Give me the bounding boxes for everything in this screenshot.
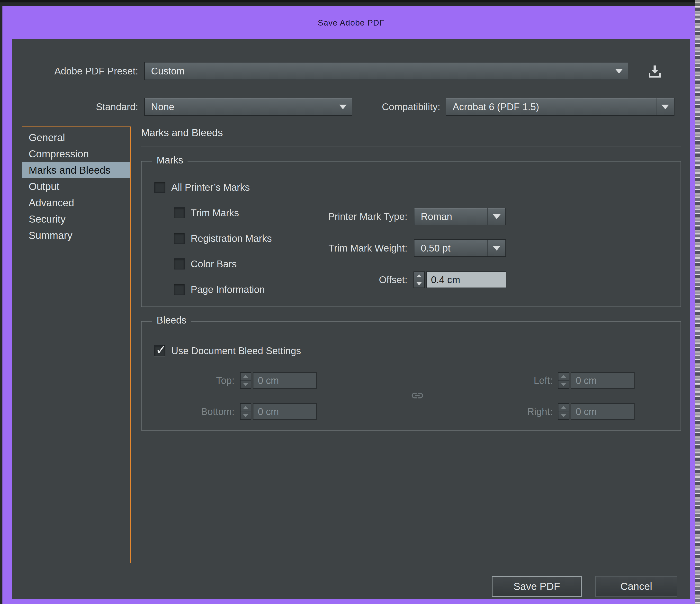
registration-marks-label: Registration Marks xyxy=(191,233,272,244)
stepper-down-icon xyxy=(558,412,569,420)
bleed-left-label: Left: xyxy=(480,375,553,386)
trim-marks-row: ✓ Trim Marks xyxy=(174,207,239,219)
printer-mark-type-dropdown[interactable]: Roman xyxy=(414,208,506,225)
all-printers-marks-row: ✓ All Printer’s Marks xyxy=(154,181,250,193)
bleed-left-stepper xyxy=(558,372,569,389)
standard-value: None xyxy=(145,98,334,115)
bleed-bottom-stepper xyxy=(240,403,251,420)
standard-label: Standard: xyxy=(12,98,138,116)
bleed-top-input xyxy=(253,372,317,389)
bleed-top-label: Top: xyxy=(161,375,234,386)
stepper-up-icon xyxy=(241,404,251,412)
save-pdf-button[interactable]: Save PDF xyxy=(492,576,582,597)
bleeds-legend: Bleeds xyxy=(152,315,191,326)
trim-mark-weight-dropdown[interactable]: 0.50 pt xyxy=(414,240,506,257)
sidebar-item-security[interactable]: Security xyxy=(22,211,130,227)
bleeds-group: Bleeds ✓ Use Document Bleed Settings Top… xyxy=(141,321,681,431)
bleed-left-input xyxy=(571,372,634,389)
bleed-bottom-label: Bottom: xyxy=(161,406,234,418)
registration-marks-row: ✓ Registration Marks xyxy=(174,232,272,244)
sidebar-item-advanced[interactable]: Advanced xyxy=(22,195,130,211)
compatibility-dropdown[interactable]: Acrobat 6 (PDF 1.5) xyxy=(446,98,674,116)
chevron-down-icon xyxy=(656,98,674,115)
trim-marks-checkbox[interactable]: ✓ xyxy=(174,207,185,219)
sidebar-section-list: General Compression Marks and Bleeds Out… xyxy=(22,126,131,563)
use-document-bleed-label: Use Document Bleed Settings xyxy=(171,346,301,356)
all-printers-marks-label: All Printer’s Marks xyxy=(171,182,250,193)
dialog-titlebar: Save Adobe PDF xyxy=(2,6,700,39)
color-bars-checkbox[interactable]: ✓ xyxy=(174,258,185,270)
bleed-right-label: Right: xyxy=(480,406,553,418)
stepper-up-icon xyxy=(558,404,569,412)
bleed-bottom-input xyxy=(253,403,317,420)
offset-label: Offset: xyxy=(286,274,407,285)
printer-mark-type-value: Roman xyxy=(415,208,488,225)
screen-top-edge xyxy=(0,0,700,2)
chevron-down-icon xyxy=(488,208,505,225)
stepper-up-icon xyxy=(558,373,569,381)
marks-group: Marks ✓ All Printer’s Marks ✓ Trim Marks… xyxy=(141,161,681,307)
sidebar-item-general[interactable]: General xyxy=(22,129,130,146)
bleed-top-stepper xyxy=(240,372,251,389)
page-information-checkbox[interactable]: ✓ xyxy=(174,284,185,295)
cancel-button[interactable]: Cancel xyxy=(595,576,677,597)
trim-marks-label: Trim Marks xyxy=(191,207,239,219)
page-title: Marks and Bleeds xyxy=(141,127,223,139)
registration-marks-checkbox[interactable]: ✓ xyxy=(174,233,185,244)
sidebar-item-summary[interactable]: Summary xyxy=(22,227,130,244)
page-information-row: ✓ Page Information xyxy=(174,284,265,295)
screen-edge-artifact xyxy=(695,0,700,604)
trim-mark-weight-label: Trim Mark Weight: xyxy=(286,242,407,254)
trim-mark-weight-value: 0.50 pt xyxy=(415,240,488,256)
use-document-bleed-row: ✓ Use Document Bleed Settings xyxy=(154,345,301,357)
stepper-down-icon xyxy=(241,412,251,420)
link-bleed-values-icon xyxy=(409,388,425,403)
sidebar-item-marks-and-bleeds[interactable]: Marks and Bleeds xyxy=(22,162,130,178)
stepper-down-icon xyxy=(241,381,251,388)
standard-dropdown[interactable]: None xyxy=(144,98,352,116)
page-information-label: Page Information xyxy=(191,284,265,295)
screen: Save Adobe PDF Adobe PDF Preset: Custom … xyxy=(0,0,700,604)
chevron-down-icon xyxy=(488,240,505,256)
bleed-right-stepper xyxy=(558,403,569,420)
marks-legend: Marks xyxy=(152,155,188,166)
sidebar-item-compression[interactable]: Compression xyxy=(22,146,130,162)
stepper-up-icon[interactable] xyxy=(414,272,424,280)
compatibility-value: Acrobat 6 (PDF 1.5) xyxy=(446,98,656,115)
save-adobe-pdf-dialog: Save Adobe PDF Adobe PDF Preset: Custom … xyxy=(2,6,700,604)
checkmark-icon: ✓ xyxy=(155,342,167,358)
use-document-bleed-checkbox[interactable]: ✓ xyxy=(154,345,166,356)
panel-divider xyxy=(141,146,681,146)
preset-value: Custom xyxy=(145,62,610,79)
color-bars-label: Color Bars xyxy=(191,258,237,270)
bleed-right-input xyxy=(571,403,634,420)
printer-mark-type-label: Printer Mark Type: xyxy=(286,211,407,222)
offset-stepper[interactable] xyxy=(414,272,425,288)
color-bars-row: ✓ Color Bars xyxy=(174,258,237,270)
chevron-down-icon xyxy=(334,98,352,115)
all-printers-marks-checkbox[interactable]: ✓ xyxy=(154,182,166,193)
save-preset-button[interactable] xyxy=(646,63,664,80)
preset-label: Adobe PDF Preset: xyxy=(12,62,138,80)
compatibility-label: Compatibility: xyxy=(357,98,440,116)
sidebar-item-output[interactable]: Output xyxy=(22,178,130,195)
save-preset-icon xyxy=(647,64,663,79)
dialog-title: Save Adobe PDF xyxy=(318,18,385,27)
stepper-down-icon[interactable] xyxy=(414,280,424,288)
offset-input[interactable] xyxy=(426,272,506,288)
dialog-body: Adobe PDF Preset: Custom Standard: None … xyxy=(12,39,690,599)
preset-dropdown[interactable]: Custom xyxy=(144,62,628,80)
stepper-up-icon xyxy=(241,373,251,381)
stepper-down-icon xyxy=(558,381,569,388)
chevron-down-icon xyxy=(610,62,628,79)
